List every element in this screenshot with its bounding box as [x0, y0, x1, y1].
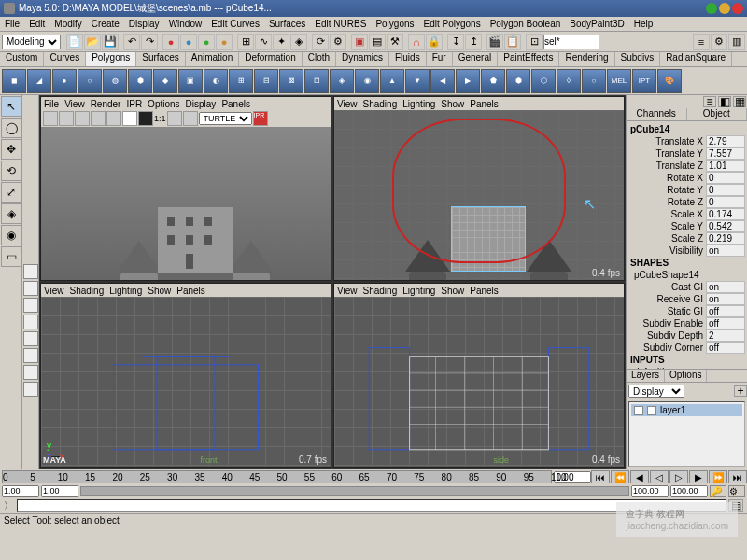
shelf-tab-radiansquare[interactable]: RadianSquare — [660, 52, 732, 66]
rv-ipr-icon[interactable] — [75, 111, 90, 126]
shelf-tab-fur[interactable]: Fur — [427, 52, 453, 66]
prev-key-icon[interactable]: ◀ — [630, 470, 649, 483]
layout-two-h[interactable] — [23, 298, 38, 313]
render-view-image[interactable] — [41, 127, 331, 280]
rv-menu-options[interactable]: Options — [148, 99, 179, 109]
rv-menu-display[interactable]: Display — [186, 99, 217, 109]
attr-value[interactable]: 0 — [706, 184, 745, 196]
shelf-button-26[interactable]: 🎨 — [657, 69, 682, 93]
go-start-icon[interactable]: ⏮ — [591, 470, 610, 483]
timeline-ruler[interactable]: 0510152025303540455055606570758085909510… — [2, 470, 552, 483]
attr-value[interactable]: on — [706, 293, 745, 305]
menu-edit-curves[interactable]: Edit Curves — [206, 19, 264, 29]
ipr2-icon[interactable]: 📋 — [504, 34, 521, 50]
shelf-button-8[interactable]: ◐ — [204, 69, 228, 93]
shelf-button-16[interactable]: ▼ — [405, 69, 430, 93]
shelf-tab-polygons[interactable]: Polygons — [86, 52, 136, 66]
construction-icon[interactable]: ⚙ — [330, 34, 346, 50]
close-button[interactable] — [732, 3, 743, 14]
shelf-tab-fluids[interactable]: Fluids — [389, 52, 427, 66]
attr-value[interactable]: 0.219 — [706, 232, 745, 245]
range-end-field[interactable] — [631, 485, 669, 497]
shelf-tab-surfaces[interactable]: Surfaces — [136, 52, 185, 66]
shelf-button-10[interactable]: ⊟ — [254, 69, 278, 93]
soft-mod-tool[interactable]: ◉ — [1, 225, 21, 245]
layer-vis-checkbox[interactable] — [634, 406, 643, 415]
attr-value[interactable]: on — [706, 245, 745, 257]
menu-modify[interactable]: Modify — [49, 19, 86, 29]
menu-display[interactable]: Display — [124, 19, 164, 29]
rv-menu-view[interactable]: View — [64, 99, 85, 109]
attr-value[interactable]: 2.79 — [706, 135, 745, 147]
shelf-tab-general[interactable]: General — [453, 52, 499, 66]
persp-viewport[interactable]: ViewShadingLightingShowPanels ↖ 0.4 fps — [333, 96, 625, 281]
last-tool[interactable]: ▭ — [1, 246, 21, 267]
shelf-button-22[interactable]: ◊ — [557, 69, 581, 93]
front-viewport[interactable]: ViewShadingLightingShowPanels yz—x front… — [40, 283, 331, 468]
vp-menu-show[interactable]: Show — [148, 286, 171, 296]
channel-tab-channels[interactable]: Channels — [627, 108, 687, 120]
play-back-icon[interactable]: ◁ — [650, 470, 669, 483]
shelf-button-9[interactable]: ⊞ — [229, 69, 253, 93]
rv-keep-icon[interactable] — [122, 111, 137, 126]
history-icon[interactable]: ⟳ — [312, 34, 329, 50]
range-start-field[interactable] — [41, 485, 78, 497]
menu-edit-polygons[interactable]: Edit Polygons — [419, 19, 486, 29]
attr-value[interactable]: 0.174 — [706, 208, 745, 220]
layer-tab-layers[interactable]: Layers — [627, 370, 665, 382]
snap-grid-icon[interactable]: ⊞ — [237, 34, 254, 50]
shelf-button-23[interactable]: ○ — [582, 69, 606, 93]
new-layer-icon[interactable]: + — [734, 385, 747, 397]
rv-menu-ipr[interactable]: IPR — [126, 99, 142, 109]
rv-menu-file[interactable]: File — [44, 99, 59, 109]
shelf-tab-cloth[interactable]: Cloth — [303, 52, 336, 66]
menu-edit-nurbs[interactable]: Edit NURBS — [310, 19, 371, 29]
rv-snapshot-icon[interactable] — [106, 111, 121, 126]
menu-file[interactable]: File — [0, 19, 24, 29]
menu-bodypaint3d[interactable]: BodyPaint3D — [565, 19, 628, 29]
move-tool[interactable]: ✥ — [1, 139, 21, 160]
vp-menu-shading[interactable]: Shading — [363, 286, 398, 296]
vp-menu-lighting[interactable]: Lighting — [109, 286, 142, 296]
menu-create[interactable]: Create — [87, 19, 124, 29]
manip-tool[interactable]: ◈ — [1, 203, 21, 224]
layout-two-v[interactable] — [23, 315, 38, 329]
step-back-icon[interactable]: ⏪ — [611, 470, 629, 483]
layer-mode-select[interactable]: Display — [628, 385, 684, 398]
quick-select-field[interactable] — [543, 35, 599, 49]
vp-menu-panels[interactable]: Panels — [470, 286, 499, 296]
vp-menu-panels[interactable]: Panels — [176, 286, 205, 296]
rv-remove-icon[interactable] — [138, 111, 153, 126]
shelf-button-17[interactable]: ◀ — [430, 69, 455, 93]
rv-render-icon[interactable] — [59, 111, 74, 126]
go-end-icon[interactable]: ⏭ — [728, 470, 747, 483]
attr-value[interactable]: 2 — [706, 329, 745, 342]
snap-point-icon[interactable]: ✦ — [273, 34, 289, 50]
attr-value[interactable]: off — [706, 342, 745, 354]
layout-persp[interactable] — [23, 365, 38, 380]
shelf-button-21[interactable]: ⬡ — [531, 69, 556, 93]
shelf-button-18[interactable]: ▶ — [456, 69, 480, 93]
menu-polygons[interactable]: Polygons — [371, 19, 418, 29]
select-mask4-icon[interactable]: ● — [216, 34, 233, 50]
layout-four[interactable] — [23, 281, 38, 296]
shelf-tab-deformation[interactable]: Deformation — [239, 52, 302, 66]
select-mask-icon[interactable]: ● — [162, 34, 179, 50]
ipr-icon[interactable]: ▤ — [369, 34, 386, 50]
vp-menu-view[interactable]: View — [44, 286, 64, 296]
rv-redo-icon[interactable] — [43, 111, 58, 126]
vp-menu-view[interactable]: View — [337, 99, 358, 109]
shelf-tab-dynamics[interactable]: Dynamics — [336, 52, 389, 66]
layout-single[interactable] — [23, 264, 38, 279]
menu-help[interactable]: Help — [629, 19, 658, 29]
shelf-button-25[interactable]: IPT — [632, 69, 656, 93]
select-mask3-icon[interactable]: ● — [198, 34, 215, 50]
shelf-button-15[interactable]: ▲ — [380, 69, 404, 93]
range-track[interactable] — [80, 486, 629, 496]
rv-display-icon[interactable] — [183, 111, 198, 126]
attr-value[interactable]: 0 — [706, 196, 745, 208]
shelf-button-13[interactable]: ◈ — [330, 69, 354, 93]
channel-tab-object[interactable]: Object — [687, 108, 748, 120]
magnet-icon[interactable]: ∩ — [408, 34, 425, 50]
undo-icon[interactable]: ↶ — [123, 34, 140, 50]
